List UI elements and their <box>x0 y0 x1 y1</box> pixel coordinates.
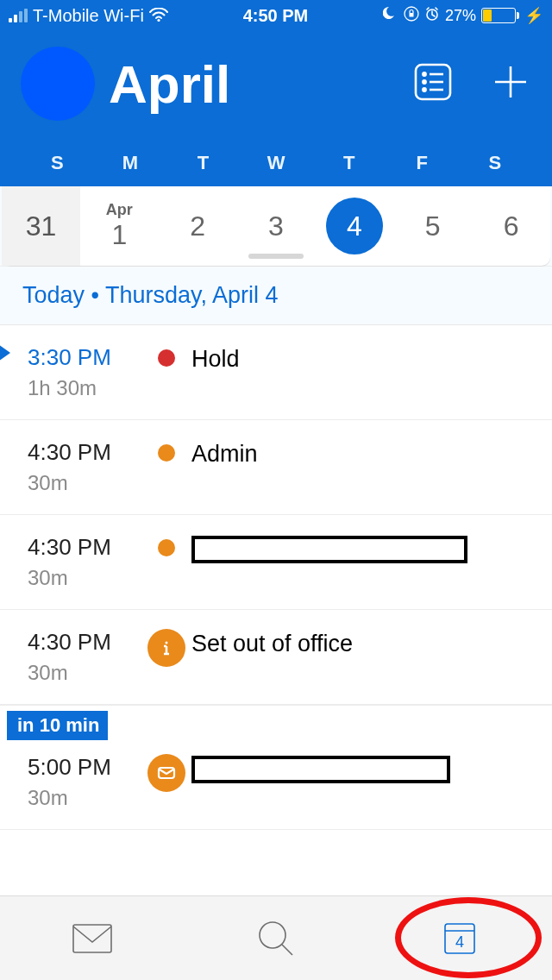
svg-point-13 <box>166 642 168 644</box>
redacted-title <box>191 536 467 563</box>
calendar-dot-icon <box>158 349 175 367</box>
agenda-view-button[interactable] <box>411 60 455 108</box>
event-duration: 30m <box>28 786 141 810</box>
battery-icon <box>481 8 519 23</box>
weekday-label: M <box>94 152 167 174</box>
weekday-label: S <box>458 152 531 174</box>
svg-point-5 <box>423 72 425 75</box>
event-time: 4:30 PM <box>28 439 141 466</box>
month-title[interactable]: April <box>109 53 397 115</box>
status-time: 4:50 PM <box>168 6 383 26</box>
carrier-label: T-Mobile Wi-Fi <box>33 6 144 26</box>
date-strip[interactable]: 31 Apr1 2 3 4 5 6 <box>2 186 550 266</box>
alarm-icon <box>424 6 440 26</box>
event-title: Set out of office <box>191 629 552 657</box>
wifi-icon <box>149 6 168 26</box>
weekday-label: S <box>21 152 94 174</box>
event-title: Hold <box>191 344 552 373</box>
weekday-label: F <box>386 152 459 174</box>
event-item[interactable]: 5:00 PM 30m <box>0 735 552 830</box>
event-duration: 30m <box>28 566 141 590</box>
dnd-icon <box>383 6 398 26</box>
tab-bar: 4 <box>0 895 552 980</box>
event-time: 5:00 PM <box>28 754 141 781</box>
svg-point-16 <box>260 922 285 948</box>
event-time: 4:30 PM <box>28 534 141 561</box>
svg-rect-2 <box>409 13 413 17</box>
svg-point-0 <box>157 18 160 21</box>
avatar[interactable] <box>21 47 95 121</box>
event-duration: 30m <box>28 471 141 495</box>
event-duration: 30m <box>28 661 141 685</box>
calendar-dot-icon <box>158 539 175 556</box>
tab-mail[interactable] <box>0 920 184 958</box>
info-icon <box>147 629 185 667</box>
redacted-title <box>191 756 450 783</box>
svg-text:4: 4 <box>455 933 464 951</box>
calendar-header: April S M T W T F S <box>0 31 552 186</box>
date-cell[interactable]: 31 <box>2 186 80 266</box>
event-item[interactable]: 4:30 PM 30m Admin <box>0 420 552 515</box>
date-cell[interactable]: Apr1 <box>80 186 159 266</box>
date-cell[interactable]: 6 <box>472 186 550 266</box>
event-item[interactable]: 4:30 PM 30m <box>0 515 552 610</box>
tab-search[interactable] <box>184 917 367 960</box>
today-header: Today • Thursday, April 4 <box>0 266 552 325</box>
lock-rotation-icon <box>404 6 419 26</box>
event-duration: 1h 30m <box>28 376 141 400</box>
event-item[interactable]: 3:30 PM 1h 30m Hold <box>0 325 552 420</box>
calendar-dot-icon <box>158 444 175 462</box>
date-cell-selected[interactable]: 4 <box>315 186 393 266</box>
mail-icon <box>147 754 185 792</box>
event-time: 4:30 PM <box>28 629 141 656</box>
svg-rect-15 <box>73 925 111 952</box>
weekday-row: S M T W T F S <box>21 152 531 186</box>
event-list[interactable]: 3:30 PM 1h 30m Hold 4:30 PM 30m Admin 4:… <box>0 325 552 830</box>
new-event-button[interactable] <box>490 61 531 106</box>
charge-icon: ⚡ <box>524 6 543 25</box>
weekday-label: W <box>240 152 313 174</box>
battery-pct: 27% <box>445 7 476 25</box>
weekday-label: T <box>312 152 386 174</box>
svg-point-6 <box>423 80 425 83</box>
date-cell[interactable]: 5 <box>393 186 472 266</box>
event-item[interactable]: 4:30 PM 30m Set out of office <box>0 610 552 705</box>
svg-line-17 <box>282 945 292 955</box>
tab-calendar[interactable]: 4 <box>368 919 552 958</box>
svg-point-7 <box>423 88 425 91</box>
weekday-label: T <box>166 152 240 174</box>
event-title: Admin <box>191 439 552 468</box>
event-time: 3:30 PM <box>28 344 141 371</box>
date-cell[interactable]: 2 <box>159 186 237 266</box>
signal-icon <box>9 9 28 22</box>
drag-handle[interactable] <box>248 254 304 259</box>
now-indicator-icon <box>0 344 10 361</box>
status-bar: T-Mobile Wi-Fi 4:50 PM 27% ⚡ <box>0 0 552 31</box>
